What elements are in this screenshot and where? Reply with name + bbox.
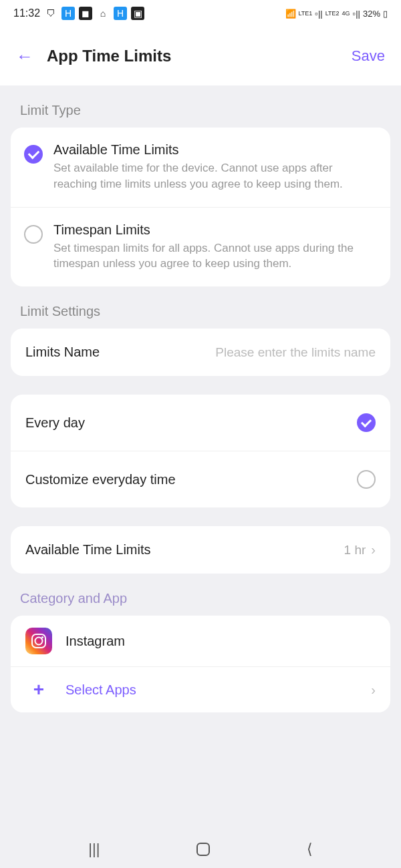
customize-row[interactable]: Customize everyday time	[11, 451, 390, 507]
header-left: ← App Time Limits	[16, 46, 171, 67]
app-row-instagram[interactable]: Instagram	[11, 616, 390, 667]
radio-desc: Set timespan limits for all apps. Cannot…	[53, 240, 377, 272]
check-circle-unchecked-icon	[357, 470, 376, 489]
every-day-row[interactable]: Every day	[11, 395, 390, 451]
limit-type-option-timespan[interactable]: Timespan Limits Set timespan limits for …	[11, 208, 390, 287]
app-icon-1: H	[61, 7, 75, 20]
battery-text: 32%	[363, 9, 380, 19]
chevron-right-icon: ›	[371, 682, 376, 698]
content: Limit Type Available Time Limits Set ava…	[0, 85, 401, 712]
radio-title: Available Time Limits	[53, 142, 377, 158]
radio-desc: Set available time for the device. Canno…	[53, 160, 377, 192]
status-bar: 11:32 ⛉ H ◼ ⌂ H ▣ 📶 LTE1 ▫|| LTE2 4G ▫||…	[0, 0, 401, 27]
signal-4g: 4G	[342, 10, 350, 17]
available-time-value: 1 hr	[344, 543, 366, 558]
home-button[interactable]	[196, 843, 210, 856]
limits-name-row: Limits Name	[11, 329, 390, 376]
status-right: 📶 LTE1 ▫|| LTE2 4G ▫|| 32% ▯	[285, 9, 388, 19]
schedule-card: Every day Customize everyday time	[11, 395, 390, 507]
radio-content: Timespan Limits Set timespan limits for …	[53, 222, 377, 272]
app-name-label: Instagram	[65, 634, 125, 649]
limit-type-option-available[interactable]: Available Time Limits Set available time…	[11, 128, 390, 208]
available-time-card[interactable]: Available Time Limits 1 hr ›	[11, 526, 390, 574]
radio-title: Timespan Limits	[53, 222, 377, 238]
back-arrow-icon[interactable]: ←	[16, 46, 33, 67]
available-time-value-group: 1 hr ›	[344, 542, 376, 558]
limits-name-input[interactable]	[166, 345, 376, 360]
instagram-icon	[25, 628, 52, 654]
select-apps-label: Select Apps	[65, 682, 358, 698]
limits-name-label: Limits Name	[25, 345, 100, 360]
shield-icon: ⛉	[44, 7, 57, 20]
select-apps-row[interactable]: + Select Apps ›	[11, 667, 390, 712]
category-section-label: Category and App	[11, 574, 390, 616]
limits-name-card: Limits Name	[11, 329, 390, 376]
signal-icon-2: ▫||	[353, 9, 360, 19]
limit-settings-section-label: Limit Settings	[11, 286, 390, 329]
save-button[interactable]: Save	[352, 47, 385, 65]
status-left: 11:32 ⛉ H ◼ ⌂ H ▣	[13, 7, 144, 20]
limit-type-card: Available Time Limits Set available time…	[11, 128, 390, 286]
status-time: 11:32	[13, 7, 40, 19]
chevron-right-icon: ›	[371, 542, 376, 558]
page-title: App Time Limits	[47, 47, 171, 65]
limit-type-section-label: Limit Type	[11, 85, 390, 128]
back-button[interactable]: ⟨	[307, 841, 313, 858]
lte1-label: LTE1	[299, 10, 313, 17]
navigation-bar: ||| ⟨	[0, 831, 401, 868]
plus-icon: +	[25, 679, 52, 700]
image-icon: ▣	[131, 7, 144, 20]
available-time-label: Available Time Limits	[25, 542, 150, 558]
app-icon-3: H	[114, 7, 127, 20]
radio-checked-icon	[24, 145, 43, 164]
app-icon-2: ◼	[79, 7, 92, 20]
check-circle-checked-icon	[357, 413, 376, 432]
every-day-label: Every day	[25, 415, 85, 431]
category-app-card: Instagram + Select Apps ›	[11, 616, 390, 712]
lte2-label: LTE2	[325, 10, 340, 17]
battery-icon: ▯	[383, 9, 388, 19]
wifi-icon: 📶	[285, 9, 296, 19]
app-header: ← App Time Limits Save	[0, 27, 401, 85]
recent-apps-button[interactable]: |||	[88, 841, 100, 858]
available-time-row: Available Time Limits 1 hr ›	[11, 526, 390, 574]
signal-icon-1: ▫||	[315, 9, 322, 19]
customize-label: Customize everyday time	[25, 472, 176, 487]
radio-unchecked-icon	[24, 225, 43, 244]
home-icon: ⌂	[96, 7, 110, 20]
radio-content: Available Time Limits Set available time…	[53, 142, 377, 192]
